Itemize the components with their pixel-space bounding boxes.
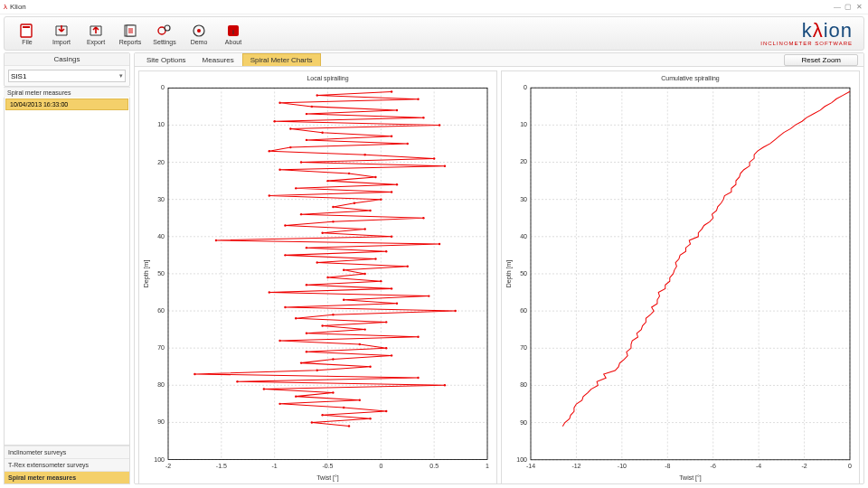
export-label: Export: [87, 39, 105, 45]
casing-selected-value: SIS1: [11, 72, 26, 80]
svg-text:20: 20: [157, 159, 165, 165]
svg-text:-12: -12: [571, 463, 580, 469]
tabs: Site Options Measures Spiral Meter Chart…: [135, 53, 863, 67]
svg-text:40: 40: [520, 233, 527, 239]
charts-area: -2-1.5-1-0.500.510102030405060708090100L…: [135, 67, 863, 488]
about-button[interactable]: i About: [216, 18, 250, 49]
svg-text:i: i: [232, 29, 234, 35]
svg-text:60: 60: [157, 307, 165, 314]
svg-text:-1: -1: [272, 463, 278, 469]
chevron-down-icon: ▾: [119, 72, 123, 80]
svg-text:90: 90: [157, 418, 165, 425]
svg-text:20: 20: [520, 158, 527, 164]
svg-text:-2: -2: [165, 463, 171, 469]
svg-text:-1.5: -1.5: [216, 463, 227, 469]
demo-button[interactable]: Demo: [182, 18, 216, 49]
svg-text:-0.5: -0.5: [322, 463, 333, 469]
brand-tagline: INCLINOMETER SOFTWARE: [760, 41, 853, 46]
import-label: Import: [52, 39, 71, 45]
brand: kλion INCLINOMETER SOFTWARE: [760, 21, 858, 46]
app-icon: λ: [4, 3, 7, 11]
svg-text:100: 100: [516, 456, 527, 463]
svg-text:70: 70: [520, 344, 527, 351]
svg-text:50: 50: [157, 270, 165, 277]
svg-text:Twist [°]: Twist [°]: [679, 474, 702, 482]
svg-text:-10: -10: [618, 463, 627, 469]
demo-label: Demo: [191, 39, 208, 45]
svg-point-7: [197, 29, 201, 33]
main-panel: Site Options Measures Spiral Meter Chart…: [134, 52, 864, 484]
svg-text:0: 0: [379, 463, 382, 469]
svg-text:-8: -8: [665, 463, 670, 469]
svg-text:-6: -6: [711, 463, 716, 469]
svg-text:0: 0: [161, 84, 165, 90]
svg-text:Cumulative spiralling: Cumulative spiralling: [661, 75, 720, 82]
svg-text:0.5: 0.5: [429, 463, 439, 469]
reset-zoom-button[interactable]: Reset Zoom: [784, 54, 858, 66]
import-icon: [52, 23, 71, 39]
settings-button[interactable]: Settings: [147, 18, 182, 49]
titlebar: λ Klion — ▢ ✕: [0, 0, 868, 14]
svg-text:Twist [°]: Twist [°]: [316, 474, 339, 482]
settings-label: Settings: [153, 39, 175, 45]
svg-text:50: 50: [520, 270, 527, 277]
svg-text:-2: -2: [801, 463, 807, 469]
window-title: Klion: [10, 3, 26, 11]
svg-text:80: 80: [520, 381, 527, 388]
maximize-icon[interactable]: ▢: [843, 3, 854, 12]
svg-text:70: 70: [157, 344, 165, 351]
svg-text:-14: -14: [526, 463, 535, 469]
measures-list[interactable]: 10/04/2013 16:33:00: [4, 98, 130, 446]
accordion-trex[interactable]: T-Rex extensometer surveys: [5, 458, 129, 471]
accordion-inclinometer[interactable]: Inclinometer surveys: [5, 446, 129, 458]
measures-header: Spiral meter measures: [4, 87, 130, 98]
casings-panel: Casings SIS1 ▾: [4, 52, 130, 87]
svg-text:Depth [m]: Depth [m]: [143, 259, 150, 287]
svg-text:60: 60: [520, 307, 527, 314]
sidebar: Casings SIS1 ▾ Spiral meter measures 10/…: [4, 52, 130, 484]
list-item[interactable]: 10/04/2013 16:33:00: [5, 99, 128, 110]
about-label: About: [225, 39, 241, 45]
chart-local[interactable]: -2-1.5-1-0.500.510102030405060708090100L…: [138, 70, 497, 484]
svg-text:80: 80: [157, 381, 165, 388]
svg-text:Local spiralling: Local spiralling: [307, 75, 348, 82]
import-button[interactable]: Import: [44, 18, 79, 49]
brand-accent: λ: [813, 19, 824, 42]
info-icon: i: [224, 23, 242, 39]
casings-header: Casings: [5, 53, 129, 66]
brand-post: ion: [824, 19, 853, 42]
accordion: Inclinometer surveys T-Rex extensometer …: [4, 446, 130, 484]
tab-measures[interactable]: Measures: [194, 53, 242, 66]
svg-text:90: 90: [520, 419, 527, 426]
export-button[interactable]: Export: [79, 18, 113, 49]
svg-text:1: 1: [486, 463, 489, 469]
close-icon[interactable]: ✕: [854, 3, 864, 12]
svg-text:-4: -4: [756, 463, 761, 469]
minimize-icon[interactable]: —: [832, 3, 843, 12]
brand-pre: k: [802, 19, 813, 42]
tab-spiral-charts[interactable]: Spiral Meter Charts: [242, 53, 321, 66]
export-icon: [87, 23, 105, 39]
svg-text:30: 30: [157, 196, 165, 202]
svg-text:10: 10: [520, 121, 527, 127]
svg-text:10: 10: [157, 121, 165, 127]
svg-text:30: 30: [520, 196, 527, 202]
accordion-spiral[interactable]: Spiral meter measures: [5, 471, 129, 483]
casing-select[interactable]: SIS1 ▾: [8, 70, 126, 82]
file-button[interactable]: File: [10, 18, 44, 49]
gear-icon: [156, 23, 174, 39]
svg-text:100: 100: [154, 456, 165, 463]
chart-cumulative[interactable]: -14-12-10-8-6-4-200102030405060708090100…: [501, 70, 860, 484]
reports-button[interactable]: Reports: [113, 18, 147, 49]
reports-label: Reports: [119, 39, 142, 45]
svg-text:0: 0: [524, 84, 527, 90]
toolbar: File Import Export Reports Settings Demo…: [4, 16, 864, 51]
file-label: File: [22, 39, 32, 45]
svg-text:0: 0: [848, 463, 852, 469]
svg-point-5: [165, 25, 170, 31]
svg-rect-1: [23, 26, 30, 28]
svg-text:Depth [m]: Depth [m]: [505, 260, 513, 288]
tab-site-options[interactable]: Site Options: [138, 53, 194, 66]
demo-icon: [190, 23, 208, 39]
reports-icon: [121, 23, 139, 39]
